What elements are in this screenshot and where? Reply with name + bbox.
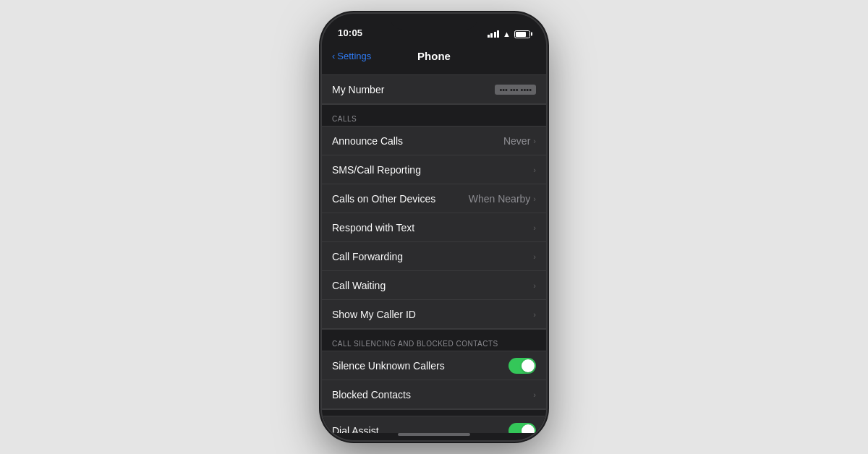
battery-icon: [514, 30, 530, 38]
call-waiting-label: Call Waiting: [332, 280, 386, 291]
toggle-thumb: [522, 424, 535, 434]
respond-with-text-row[interactable]: Respond with Text ›: [322, 213, 546, 242]
my-number-row[interactable]: My Number ••• ••• ••••: [322, 75, 546, 104]
chevron-icon: ›: [533, 223, 536, 232]
call-waiting-row[interactable]: Call Waiting ›: [322, 271, 546, 300]
chevron-icon: ›: [533, 166, 536, 174]
respond-with-text-value: ›: [533, 223, 536, 232]
phone-screen: 10:05 ▲ ‹ Settings Phone: [322, 14, 546, 440]
silence-unknown-callers-row[interactable]: Silence Unknown Callers: [322, 351, 546, 380]
chevron-icon: ›: [533, 310, 536, 319]
show-caller-id-row[interactable]: Show My Caller ID ›: [322, 300, 546, 329]
call-forwarding-row[interactable]: Call Forwarding ›: [322, 242, 546, 271]
calls-section-header: CALLS: [322, 111, 546, 126]
calls-other-devices-value: When Nearby ›: [469, 193, 536, 205]
blocked-contacts-row[interactable]: Blocked Contacts ›: [322, 380, 546, 409]
calls-other-devices-label: Calls on Other Devices: [332, 193, 435, 205]
back-button[interactable]: ‹ Settings: [332, 51, 371, 61]
notch: [391, 14, 477, 30]
my-number-value-container: ••• ••• ••••: [495, 85, 536, 95]
page-title: Phone: [417, 50, 451, 62]
silence-unknown-callers-toggle[interactable]: [509, 358, 536, 374]
announce-calls-row[interactable]: Announce Calls Never ›: [322, 127, 546, 155]
sms-call-reporting-label: SMS/Call Reporting: [332, 164, 421, 176]
call-forwarding-value: ›: [533, 252, 536, 261]
home-indicator: [322, 433, 546, 440]
sms-call-reporting-row[interactable]: SMS/Call Reporting ›: [322, 155, 546, 184]
my-number-group: My Number ••• ••• ••••: [322, 74, 546, 105]
signal-icon: [488, 30, 500, 38]
calls-other-devices-row[interactable]: Calls on Other Devices When Nearby ›: [322, 184, 546, 213]
back-label: Settings: [337, 51, 371, 61]
blocked-contacts-label: Blocked Contacts: [332, 389, 411, 401]
my-number-label: My Number: [332, 84, 384, 95]
navigation-bar: ‹ Settings Phone: [322, 41, 546, 70]
home-bar: [398, 433, 470, 436]
show-caller-id-label: Show My Caller ID: [332, 309, 416, 320]
show-caller-id-value: ›: [533, 310, 536, 319]
silencing-section-header: CALL SILENCING AND BLOCKED CONTACTS: [322, 335, 546, 351]
my-number-value: ••• ••• ••••: [495, 85, 536, 95]
status-time: 10:05: [338, 27, 362, 38]
dial-assist-toggle[interactable]: [509, 423, 536, 434]
status-icons: ▲: [488, 30, 530, 38]
sms-call-reporting-value: ›: [533, 166, 536, 174]
chevron-icon: ›: [533, 252, 536, 261]
dial-assist-group: Dial Assist: [322, 416, 546, 433]
chevron-icon: ›: [533, 137, 536, 145]
blocked-contacts-value: ›: [533, 390, 536, 399]
announce-calls-label: Announce Calls: [332, 135, 403, 147]
chevron-icon: ›: [533, 194, 536, 203]
silencing-group: Silence Unknown Callers Blocked Contacts…: [322, 351, 546, 410]
toggle-thumb: [522, 359, 535, 372]
call-forwarding-label: Call Forwarding: [332, 251, 403, 262]
phone-device: 10:05 ▲ ‹ Settings Phone: [322, 14, 546, 440]
back-chevron-icon: ‹: [332, 51, 335, 61]
respond-with-text-label: Respond with Text: [332, 222, 414, 234]
dial-assist-row[interactable]: Dial Assist: [322, 416, 546, 433]
chevron-icon: ›: [533, 390, 536, 399]
chevron-icon: ›: [533, 281, 536, 290]
screen-content: My Number ••• ••• •••• CALLS Announce Ca…: [322, 70, 546, 433]
announce-calls-value: Never ›: [503, 135, 536, 147]
settings-list: My Number ••• ••• •••• CALLS Announce Ca…: [322, 70, 546, 433]
silence-unknown-callers-label: Silence Unknown Callers: [332, 360, 445, 372]
call-waiting-value: ›: [533, 281, 536, 290]
calls-group: Announce Calls Never › SMS/Call Reportin…: [322, 126, 546, 330]
wifi-icon: ▲: [503, 30, 511, 38]
dial-assist-label: Dial Assist: [332, 425, 379, 434]
